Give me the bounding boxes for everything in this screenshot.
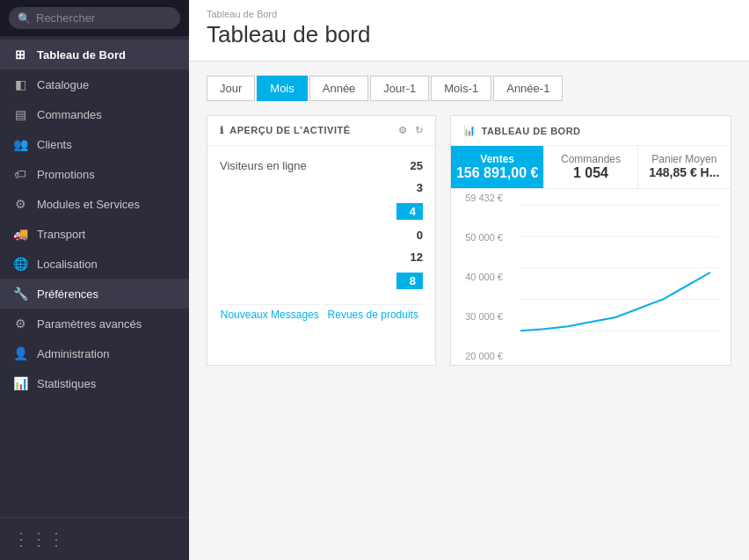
stats-tabs: Ventes 156 891,00 € Commandes 1 054 Pani… [451, 146, 731, 189]
stats-widget-header: 📊 TABLEAU DE BORD [451, 116, 731, 146]
activity-value-6: 8 [396, 273, 423, 289]
sidebar-item-label: Promotions [37, 168, 95, 181]
sidebar-item-promotions[interactable]: 🏷 Promotions [0, 159, 189, 189]
sidebar-item-modules-services[interactable]: ⚙ Modules et Services [0, 189, 189, 219]
preferences-icon: 🔧 [12, 287, 28, 301]
modules-services-icon: ⚙ [12, 197, 28, 211]
breadcrumb: Tableau de Bord [207, 9, 731, 19]
activity-widget: ℹ APERÇU DE L'ACTIVITÉ ⚙ ↻ Visiteurs en … [207, 115, 436, 366]
stats-tab-ventes-label: Ventes [454, 153, 540, 165]
sidebar-item-label: Paramètres avancés [37, 317, 142, 331]
activity-value-2: 3 [396, 181, 423, 194]
sidebar-item-label: Clients [37, 138, 72, 151]
sidebar-item-label: Modules et Services [37, 198, 140, 211]
content-body: Jour Mois Année Jour-1 Mois-1 Année-1 ℹ … [189, 62, 749, 560]
activity-widget-title: ℹ APERÇU DE L'ACTIVITÉ [220, 125, 351, 136]
y-label-3: 30 000 € [451, 311, 508, 322]
sidebar-item-commandes[interactable]: ▤ Commandes [0, 99, 189, 129]
stats-widget-title: TABLEAU DE BORD [482, 126, 581, 136]
tab-mois[interactable]: Mois [257, 76, 307, 101]
sidebar-item-clients[interactable]: 👥 Clients [0, 129, 189, 159]
sidebar-item-localisation[interactable]: 🌐 Localisation [0, 249, 189, 279]
stats-tab-commandes[interactable]: Commandes 1 054 [544, 146, 637, 188]
activity-value-4: 0 [396, 229, 423, 242]
sidebar-item-statistiques[interactable]: 📊 Statistiques [0, 368, 189, 398]
activity-value-3: 4 [396, 203, 423, 220]
revues-produits-btn[interactable]: Revues de produits [324, 304, 424, 324]
sidebar-item-transport[interactable]: 🚚 Transport [0, 219, 189, 249]
activity-value-visiteurs: 25 [396, 159, 423, 172]
main-content: Tableau de Bord Tableau de bord Jour Moi… [189, 0, 749, 560]
sidebar-item-tableau-de-bord[interactable]: ⊞ Tableau de Bord [0, 40, 189, 69]
sidebar-item-label: Statistiques [37, 377, 96, 390]
activity-widget-body: Visiteurs en ligne 25 3 4 0 [207, 146, 435, 333]
stats-tab-commandes-label: Commandes [548, 153, 633, 165]
nouveaux-messages-btn[interactable]: Nouveaux Messages [220, 304, 320, 324]
y-label-1: 50 000 € [451, 232, 508, 243]
transport-icon: 🚚 [12, 227, 28, 241]
sidebar-item-label: Transport [37, 228, 85, 241]
stats-tab-ventes[interactable]: Ventes 156 891,00 € [451, 146, 544, 188]
chart-y-labels: 59 432 € 50 000 € 40 000 € 30 000 € 20 0… [451, 189, 508, 365]
sidebar-item-label: Commandes [37, 108, 102, 121]
page-header: Tableau de Bord Tableau de bord [189, 0, 749, 62]
activity-row-6: 8 [220, 268, 423, 294]
tableau-de-bord-icon: ⊞ [12, 47, 28, 62]
activity-row-5: 12 [220, 246, 423, 268]
settings-icon[interactable]: ⚙ [398, 125, 408, 136]
chart-area: 59 432 € 50 000 € 40 000 € 30 000 € 20 0… [451, 189, 731, 365]
y-label-0: 59 432 € [451, 193, 508, 203]
commandes-icon: ▤ [12, 107, 28, 121]
stats-tab-ventes-value: 156 891,00 € [454, 165, 540, 181]
sidebar-item-administration[interactable]: 👤 Administration [0, 338, 189, 368]
widget-header-icons[interactable]: ⚙ ↻ [398, 125, 423, 136]
sidebar-nav: ⊞ Tableau de Bord ◧ Catalogue ▤ Commande… [0, 36, 189, 517]
tab-jour-1[interactable]: Jour-1 [370, 76, 429, 101]
parametres-avances-icon: ⚙ [12, 316, 28, 331]
clients-icon: 👥 [12, 137, 28, 151]
dashboard-grid: ℹ APERÇU DE L'ACTIVITÉ ⚙ ↻ Visiteurs en … [207, 115, 731, 366]
catalogue-icon: ◧ [12, 77, 28, 91]
sidebar-item-label: Localisation [37, 258, 98, 271]
tab-jour[interactable]: Jour [207, 76, 255, 101]
stats-tab-commandes-value: 1 054 [548, 165, 633, 181]
statistiques-icon: 📊 [12, 376, 28, 390]
activity-row-4: 0 [220, 224, 423, 246]
tab-annee-1[interactable]: Année-1 [493, 76, 563, 101]
tab-annee[interactable]: Année [309, 76, 369, 101]
sidebar-item-label: Administration [37, 347, 109, 360]
activity-label-visiteurs: Visiteurs en ligne [220, 159, 396, 172]
stats-tab-panier-moyen[interactable]: Panier Moyen 148,85 € H... [638, 146, 731, 188]
activity-widget-header: ℹ APERÇU DE L'ACTIVITÉ ⚙ ↻ [207, 116, 435, 146]
info-icon: ℹ [220, 125, 224, 135]
promotions-icon: 🏷 [12, 167, 28, 181]
sidebar-item-label: Préférences [37, 287, 98, 301]
sidebar-top: 🔍 [0, 0, 189, 36]
search-input[interactable] [36, 11, 171, 25]
sidebar: 🔍 ⊞ Tableau de Bord ◧ Catalogue ▤ Comman… [0, 0, 189, 560]
sidebar-item-label: Tableau de Bord [37, 48, 126, 62]
activity-row-3: 4 [220, 199, 423, 224]
period-tabs: Jour Mois Année Jour-1 Mois-1 Année-1 [207, 76, 731, 101]
tab-mois-1[interactable]: Mois-1 [431, 76, 491, 101]
sidebar-footer: ⋮⋮⋮ [0, 517, 189, 560]
sidebar-item-label: Catalogue [37, 78, 89, 91]
sidebar-item-preferences[interactable]: 🔧 Préférences Générales Commandes Produi… [0, 279, 189, 309]
administration-icon: 👤 [12, 346, 28, 360]
stats-widget: 📊 TABLEAU DE BORD Ventes 156 891,00 € Co… [450, 115, 731, 366]
sidebar-footer-icon: ⋮⋮⋮ [12, 528, 65, 549]
localisation-icon: 🌐 [12, 257, 28, 271]
activity-value-5: 12 [396, 251, 423, 264]
search-box[interactable]: 🔍 [9, 7, 180, 29]
search-icon: 🔍 [18, 12, 31, 25]
chart-icon: 📊 [463, 125, 476, 136]
y-label-2: 40 000 € [451, 272, 508, 282]
page-title: Tableau de bord [207, 21, 731, 48]
bottom-buttons: Nouveaux Messages Revues de produits [220, 304, 423, 324]
y-label-4: 20 000 € [451, 351, 508, 361]
chart-svg [520, 196, 718, 358]
refresh-icon[interactable]: ↻ [415, 125, 424, 136]
sidebar-item-parametres-avances[interactable]: ⚙ Paramètres avancés [0, 309, 189, 338]
activity-row-visiteurs: Visiteurs en ligne 25 [220, 155, 423, 177]
sidebar-item-catalogue[interactable]: ◧ Catalogue [0, 69, 189, 99]
